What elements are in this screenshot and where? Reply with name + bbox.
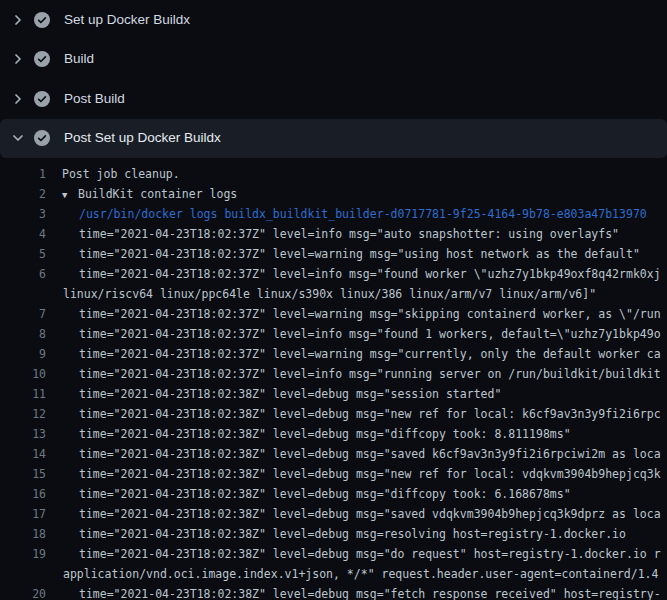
line-number[interactable]: 19	[0, 544, 46, 564]
log-line-text: time="2021-04-23T18:02:38Z" level=debug …	[79, 587, 661, 600]
job-log-viewer: Set up Docker Buildx Build Post Build	[0, 0, 667, 600]
line-number[interactable]: 15	[0, 464, 46, 484]
step-label: Build	[64, 51, 94, 67]
chevron-right-icon	[10, 12, 26, 28]
log-output: 1 Post job cleanup. 2 ▼BuildKit containe…	[0, 158, 667, 600]
log-line-text: time="2021-04-23T18:02:37Z" level=info m…	[79, 327, 661, 341]
log-line: 8 time="2021-04-23T18:02:37Z" level=info…	[0, 324, 667, 344]
chevron-right-icon	[10, 51, 26, 67]
line-number	[0, 284, 46, 304]
chevron-down-icon	[10, 130, 26, 146]
line-number[interactable]: 2	[0, 184, 46, 204]
line-number[interactable]: 7	[0, 304, 46, 324]
log-line: 11 time="2021-04-23T18:02:38Z" level=deb…	[0, 384, 667, 404]
line-number[interactable]: 4	[0, 224, 46, 244]
check-circle-icon	[34, 51, 50, 67]
log-line: 10 time="2021-04-23T18:02:37Z" level=inf…	[0, 364, 667, 384]
log-line-text: time="2021-04-23T18:02:37Z" level=warnin…	[79, 247, 640, 261]
line-number[interactable]: 17	[0, 504, 46, 524]
log-line-text: time="2021-04-23T18:02:38Z" level=debug …	[79, 547, 661, 561]
line-number[interactable]: 18	[0, 524, 46, 544]
line-number[interactable]: 14	[0, 444, 46, 464]
step-label: Post Build	[64, 91, 125, 107]
line-number[interactable]: 5	[0, 244, 46, 264]
log-line: 13 time="2021-04-23T18:02:38Z" level=deb…	[0, 424, 667, 444]
log-line-text: application/vnd.oci.image.index.v1+json,…	[63, 567, 658, 581]
log-line-text: time="2021-04-23T18:02:38Z" level=debug …	[79, 387, 501, 401]
log-line: 6 time="2021-04-23T18:02:37Z" level=info…	[0, 264, 667, 284]
check-circle-icon	[34, 12, 50, 28]
line-number[interactable]: 6	[0, 264, 46, 284]
log-line: 20 time="2021-04-23T18:02:38Z" level=deb…	[0, 584, 667, 600]
line-number[interactable]: 12	[0, 404, 46, 424]
log-line-text: time="2021-04-23T18:02:37Z" level=info m…	[79, 267, 661, 281]
log-line: 9 time="2021-04-23T18:02:37Z" level=warn…	[0, 344, 667, 364]
step-label: Post Set up Docker Buildx	[64, 130, 221, 146]
check-circle-icon	[34, 130, 50, 146]
log-line: 4 time="2021-04-23T18:02:37Z" level=info…	[0, 224, 667, 244]
step-list: Set up Docker Buildx Build Post Build	[0, 0, 667, 158]
line-number[interactable]: 10	[0, 364, 46, 384]
log-line-text: time="2021-04-23T18:02:38Z" level=debug …	[79, 487, 571, 501]
log-line: 7 time="2021-04-23T18:02:37Z" level=warn…	[0, 304, 667, 324]
line-number	[0, 564, 46, 584]
log-line: 14 time="2021-04-23T18:02:38Z" level=deb…	[0, 444, 667, 464]
log-line-text: time="2021-04-23T18:02:37Z" level=warnin…	[79, 307, 661, 321]
log-line-text: Post job cleanup.	[62, 167, 180, 181]
log-line: 16 time="2021-04-23T18:02:38Z" level=deb…	[0, 484, 667, 504]
log-line-text: time="2021-04-23T18:02:38Z" level=debug …	[79, 527, 626, 541]
log-line: 1 Post job cleanup.	[0, 164, 667, 184]
log-line-text: time="2021-04-23T18:02:37Z" level=info m…	[79, 227, 619, 241]
log-line: 5 time="2021-04-23T18:02:37Z" level=warn…	[0, 244, 667, 264]
line-number[interactable]: 11	[0, 384, 46, 404]
line-number[interactable]: 3	[0, 204, 46, 224]
log-line: 18 time="2021-04-23T18:02:38Z" level=deb…	[0, 524, 667, 544]
group-toggle-icon[interactable]: ▼	[62, 185, 78, 204]
log-line: 12 time="2021-04-23T18:02:38Z" level=deb…	[0, 404, 667, 424]
log-line: linux/riscv64 linux/ppc64le linux/s390x …	[0, 284, 667, 304]
log-line-text[interactable]: BuildKit container logs	[78, 187, 237, 201]
log-line: 2 ▼BuildKit container logs	[0, 184, 667, 204]
log-line: application/vnd.oci.image.index.v1+json,…	[0, 564, 667, 584]
log-line-text: time="2021-04-23T18:02:38Z" level=debug …	[79, 447, 661, 461]
line-number[interactable]: 16	[0, 484, 46, 504]
line-number[interactable]: 13	[0, 424, 46, 444]
log-line-text: /usr/bin/docker logs buildx_buildkit_bui…	[79, 207, 647, 221]
log-line-text: time="2021-04-23T18:02:37Z" level=info m…	[79, 367, 661, 381]
log-line-text: time="2021-04-23T18:02:38Z" level=debug …	[79, 467, 661, 481]
line-number[interactable]: 20	[0, 584, 46, 600]
chevron-right-icon	[10, 91, 26, 107]
log-line: 17 time="2021-04-23T18:02:38Z" level=deb…	[0, 504, 667, 524]
line-number[interactable]: 8	[0, 324, 46, 344]
log-line: 19 time="2021-04-23T18:02:38Z" level=deb…	[0, 544, 667, 564]
log-line-text: time="2021-04-23T18:02:38Z" level=debug …	[79, 507, 661, 521]
check-circle-icon	[34, 91, 50, 107]
step-label: Set up Docker Buildx	[64, 12, 190, 28]
log-line-text: time="2021-04-23T18:02:38Z" level=debug …	[79, 407, 661, 421]
step-header-set-up-docker-buildx[interactable]: Set up Docker Buildx	[0, 0, 667, 40]
step-header-build[interactable]: Build	[0, 40, 667, 80]
step-header-post-build[interactable]: Post Build	[0, 79, 667, 119]
step-header-post-set-up-docker-buildx[interactable]: Post Set up Docker Buildx	[0, 119, 667, 159]
log-line-text: linux/riscv64 linux/ppc64le linux/s390x …	[63, 287, 596, 301]
log-line: 3 /usr/bin/docker logs buildx_buildkit_b…	[0, 204, 667, 224]
log-line: 15 time="2021-04-23T18:02:38Z" level=deb…	[0, 464, 667, 484]
log-line-text: time="2021-04-23T18:02:37Z" level=warnin…	[79, 347, 661, 361]
line-number[interactable]: 9	[0, 344, 46, 364]
line-number[interactable]: 1	[0, 164, 46, 184]
log-line-text: time="2021-04-23T18:02:38Z" level=debug …	[79, 427, 571, 441]
